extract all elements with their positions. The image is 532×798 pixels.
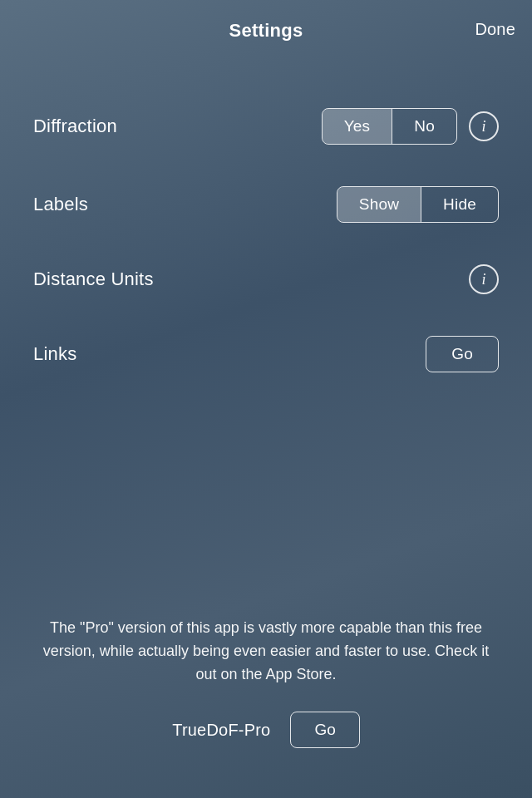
labels-row: Labels Show Hide bbox=[33, 186, 499, 223]
pro-row: TrueDoF-Pro Go bbox=[42, 712, 490, 748]
pro-app-name: TrueDoF-Pro bbox=[172, 721, 270, 740]
distance-units-controls: i bbox=[469, 264, 499, 294]
pro-section: The "Pro" version of this app is vastly … bbox=[0, 617, 532, 748]
info-icon-text: i bbox=[481, 118, 485, 135]
diffraction-controls: Yes No i bbox=[322, 108, 499, 145]
diffraction-no-button[interactable]: No bbox=[392, 109, 456, 144]
diffraction-label: Diffraction bbox=[33, 116, 117, 137]
distance-info-icon-text: i bbox=[481, 271, 485, 288]
links-controls: Go bbox=[426, 336, 499, 372]
header: Settings Done bbox=[0, 0, 532, 58]
diffraction-yes-button[interactable]: Yes bbox=[323, 109, 392, 144]
distance-units-info-icon[interactable]: i bbox=[469, 264, 499, 294]
diffraction-toggle-group: Yes No bbox=[322, 108, 457, 145]
distance-units-row: Distance Units i bbox=[33, 264, 499, 294]
links-go-button[interactable]: Go bbox=[426, 336, 499, 372]
links-row: Links Go bbox=[33, 336, 499, 372]
pro-description: The "Pro" version of this app is vastly … bbox=[42, 617, 490, 687]
labels-toggle-group: Show Hide bbox=[337, 186, 499, 223]
pro-go-button[interactable]: Go bbox=[290, 712, 359, 748]
settings-container: Diffraction Yes No i Labels Show Hide Di… bbox=[0, 58, 532, 447]
labels-show-button[interactable]: Show bbox=[337, 187, 421, 222]
diffraction-row: Diffraction Yes No i bbox=[33, 108, 499, 145]
labels-hide-button[interactable]: Hide bbox=[421, 187, 498, 222]
page-title: Settings bbox=[229, 20, 303, 42]
distance-units-label: Distance Units bbox=[33, 268, 154, 290]
labels-label: Labels bbox=[33, 194, 88, 215]
links-label: Links bbox=[33, 343, 76, 365]
labels-controls: Show Hide bbox=[337, 186, 499, 223]
diffraction-info-icon[interactable]: i bbox=[469, 111, 499, 141]
done-button[interactable]: Done bbox=[475, 20, 515, 39]
